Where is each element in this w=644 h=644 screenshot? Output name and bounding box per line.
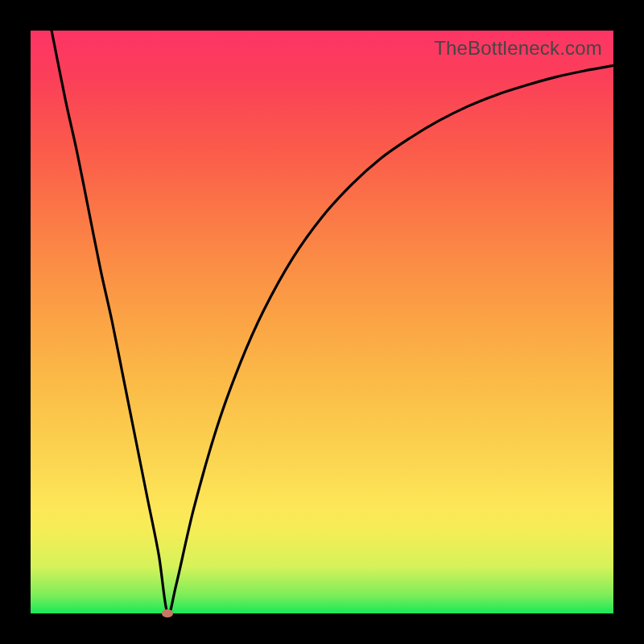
plot-area: TheBottleneck.com [31,31,613,613]
minimum-point-marker [162,609,173,617]
chart-frame: TheBottleneck.com [0,0,644,644]
bottleneck-curve [31,31,613,613]
